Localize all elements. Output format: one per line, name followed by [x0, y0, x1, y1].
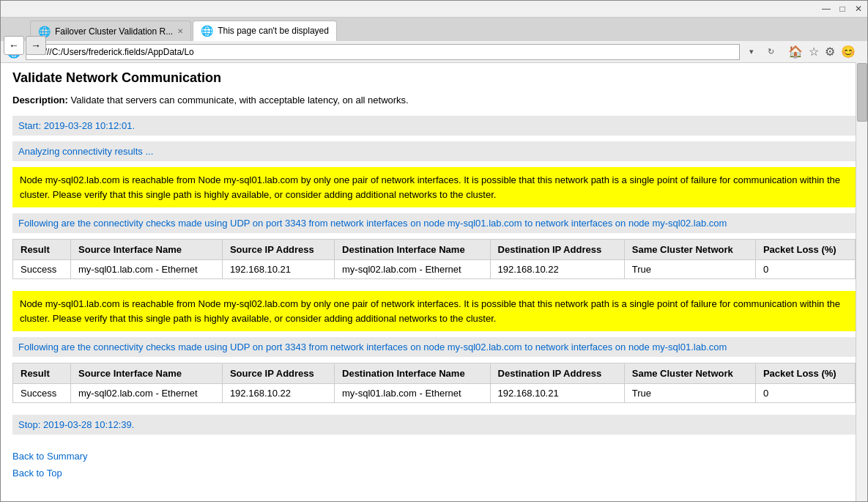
table-cell: 192.168.10.22	[222, 384, 334, 403]
table-cell: 192.168.10.21	[490, 384, 624, 403]
minimize-button[interactable]: —	[820, 3, 832, 15]
forward-button[interactable]: →	[26, 36, 46, 55]
maximize-button[interactable]: □	[837, 3, 848, 15]
back-button[interactable]: ←	[4, 36, 24, 55]
warning-box-1: Node my-sql02.lab.com is reachable from …	[12, 167, 856, 207]
col-source-ip-2: Source IP Address	[222, 363, 334, 384]
tab-failover-cluster[interactable]: 🌐 Failover Cluster Validation R... ✕	[30, 21, 191, 41]
col-result-2: Result	[13, 363, 71, 384]
table-cell: my-sql01.lab.com - Ethernet	[335, 384, 491, 403]
col-packet-loss-2: Packet Loss (%)	[755, 363, 855, 384]
favorites-star-icon[interactable]: ☆	[809, 45, 819, 59]
description-text: Validate that servers can communicate, w…	[70, 95, 408, 106]
table-1-header-row: Result Source Interface Name Source IP A…	[13, 240, 856, 260]
table-cell: 0	[755, 260, 855, 279]
stop-time-row: Stop: 2019-03-28 10:12:39.	[12, 415, 856, 435]
connectivity-link-1[interactable]: Following are the connectivity checks ma…	[18, 218, 727, 229]
table-1: Result Source Interface Name Source IP A…	[12, 239, 856, 279]
page-content: Validate Network Communication Descripti…	[1, 63, 867, 481]
tab-close-1[interactable]: ✕	[177, 27, 183, 35]
col-same-cluster-1: Same Cluster Network	[624, 240, 755, 260]
col-same-cluster-2: Same Cluster Network	[624, 363, 755, 384]
table-2-header-row: Result Source Interface Name Source IP A…	[13, 363, 856, 384]
table-cell: True	[624, 260, 755, 279]
table-cell: Success	[13, 260, 71, 279]
address-dropdown-button[interactable]: ▾	[744, 45, 759, 59]
close-button[interactable]: ✕	[853, 3, 864, 15]
stop-time-link[interactable]: Stop: 2019-03-28 10:12:39.	[18, 419, 134, 430]
table-cell: my-sql01.lab.com - Ethernet	[71, 260, 223, 279]
table-cell: my-sql02.lab.com - Ethernet	[71, 384, 223, 403]
col-dest-iface-1: Destination Interface Name	[335, 240, 491, 260]
tab-label-2: This page can't be displayed	[218, 26, 329, 36]
col-dest-ip-2: Destination IP Address	[490, 363, 624, 384]
table-cell: True	[624, 384, 755, 403]
col-result-1: Result	[13, 240, 71, 260]
connectivity-note-2: Following are the connectivity checks ma…	[12, 337, 856, 357]
scrollbar-track[interactable]	[856, 62, 867, 502]
description-section: Description: Validate that servers can c…	[12, 95, 856, 106]
connectivity-link-2[interactable]: Following are the connectivity checks ma…	[18, 342, 727, 352]
col-dest-ip-1: Destination IP Address	[490, 240, 624, 260]
connectivity-note-1: Following are the connectivity checks ma…	[12, 213, 856, 233]
address-bar: 🌐 ▾ ↻ 🏠 ☆ ⚙ 😊	[1, 41, 867, 63]
table-cell: my-sql02.lab.com - Ethernet	[335, 260, 491, 279]
col-packet-loss-1: Packet Loss (%)	[755, 240, 855, 260]
table-cell: 0	[755, 384, 855, 403]
table-cell: 192.168.10.21	[222, 260, 334, 279]
table-cell: Success	[13, 384, 71, 403]
page-title: Validate Network Communication	[12, 70, 856, 86]
start-time-row: Start: 2019-03-28 10:12:01.	[12, 116, 856, 136]
tab-page-cant-display[interactable]: 🌐 This page can't be displayed	[193, 21, 337, 41]
refresh-button[interactable]: ↻	[763, 45, 778, 59]
warning-box-2: Node my-sql01.lab.com is reachable from …	[12, 291, 856, 331]
warning-text-2: Node my-sql01.lab.com is reachable from …	[20, 298, 840, 324]
back-to-summary-link[interactable]: Back to Summary	[12, 448, 856, 465]
feedback-face-icon[interactable]: 😊	[841, 45, 856, 59]
col-dest-iface-2: Destination Interface Name	[335, 363, 491, 384]
col-source-iface-2: Source Interface Name	[71, 363, 223, 384]
settings-gear-icon[interactable]: ⚙	[825, 45, 835, 59]
back-to-top-link[interactable]: Back to Top	[12, 465, 856, 481]
table-row: Successmy-sql02.lab.com - Ethernet192.16…	[13, 384, 856, 403]
col-source-ip-1: Source IP Address	[222, 240, 334, 260]
col-source-iface-1: Source Interface Name	[71, 240, 223, 260]
tab-icon-2: 🌐	[201, 25, 213, 37]
footer-links-section: Back to Summary Back to Top	[12, 445, 856, 481]
home-icon[interactable]: 🏠	[788, 45, 803, 59]
tab-label-1: Failover Cluster Validation R...	[55, 26, 173, 37]
analyzing-row: Analyzing connectivity results ...	[12, 141, 856, 161]
warning-text-1: Node my-sql02.lab.com is reachable from …	[20, 174, 840, 200]
table-row: Successmy-sql01.lab.com - Ethernet192.16…	[13, 260, 856, 279]
start-time-link[interactable]: Start: 2019-03-28 10:12:01.	[18, 120, 135, 131]
description-label: Description:	[12, 95, 68, 106]
table-2: Result Source Interface Name Source IP A…	[12, 363, 856, 403]
address-input[interactable]	[26, 44, 740, 60]
scrollbar-thumb[interactable]	[857, 63, 867, 122]
table-cell: 192.168.10.22	[490, 260, 624, 279]
analyzing-link[interactable]: Analyzing connectivity results ...	[18, 146, 153, 157]
